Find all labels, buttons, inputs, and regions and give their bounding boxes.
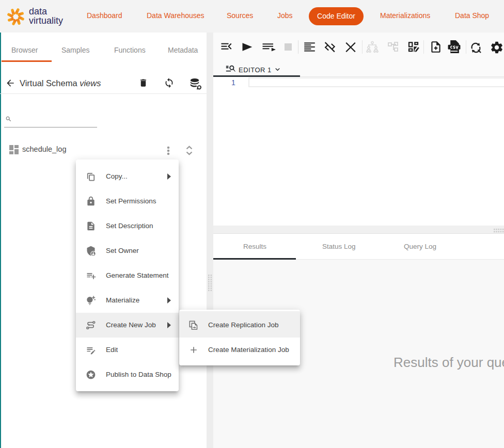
svg-text:virtuality: virtuality [29, 15, 63, 26]
svg-text:data: data [29, 6, 48, 17]
